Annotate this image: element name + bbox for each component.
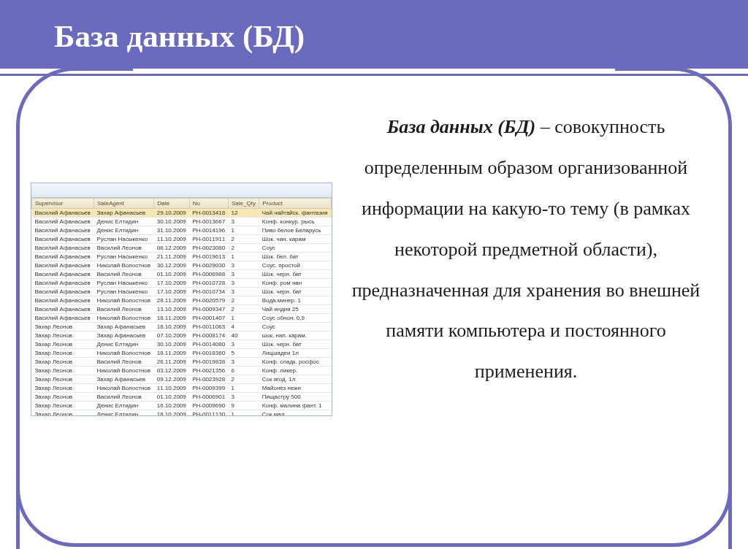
table-row: Захар ЛеоновДенис Елтидин16.10.2009РН-00… [32, 402, 332, 410]
table-cell: Денис Елтидин [94, 410, 154, 417]
table-cell: Руслан Насыкенко [94, 235, 154, 244]
table-cell: Денис Елтидин [94, 218, 154, 226]
table-row: Захар ЛеоновЗахар Афанасьев09.12.2009РН-… [32, 375, 332, 384]
table-cell: Захар Леонов [32, 367, 94, 375]
table-cell: Лицшадеи 1л [259, 349, 332, 358]
slide-title: База данных (БД) [54, 18, 305, 54]
table-cell: Захар Афанасьев [94, 323, 154, 331]
table-cell: Конф. ром нан [259, 279, 332, 288]
table-cell: 1 [229, 253, 259, 261]
table-cell: Захар Леонов [32, 375, 94, 384]
table-cell: шок. нап. карам. [259, 331, 332, 340]
table-cell: Николай Волостнов [94, 314, 154, 323]
table-cell: 30.10.2009 [154, 218, 189, 226]
table-cell: Василий Леонов [94, 244, 154, 253]
db-column-header: Date [154, 199, 189, 209]
table-cell: Руслан Насыкенко [94, 279, 154, 288]
table-cell: 3 [229, 358, 259, 367]
table-cell: 30.12.2009 [154, 261, 189, 270]
table-cell: Василий Афанасьев [32, 226, 94, 235]
table-cell: 16.10.2009 [154, 402, 189, 410]
table-cell: 29.10.2009 [154, 209, 189, 218]
table-cell: Конф. малина фант. 1 [259, 402, 332, 410]
table-cell: 9 [229, 402, 259, 410]
table-cell: Николай Волостнов [94, 261, 154, 270]
db-column-header: No [189, 199, 228, 209]
table-cell: Захар Леонов [32, 331, 94, 340]
table-cell: 18.11.2009 [154, 349, 189, 358]
table-cell: Шок. чан. карам [259, 235, 332, 244]
table-row: Захар ЛеоновДенис Елтидин18.10.2009РН-00… [32, 410, 332, 417]
table-cell: Василий Афанасьев [32, 253, 94, 261]
table-row: Захар ЛеоновЗахар Афанасьев07.10.2009РН-… [32, 331, 332, 340]
table-cell: 2 [229, 244, 259, 253]
table-cell: РН-0009347 [189, 305, 228, 314]
table-cell: Василий Афанасьев [32, 261, 94, 270]
table-row: Василий АфанасьевРуслан Насыкенко21.11.2… [32, 253, 332, 261]
slide-content: База данных (БД) – совокупность определе… [0, 72, 748, 556]
table-cell: РН-0023928 [189, 375, 228, 384]
table-row: Захар ЛеоновВасилий Леонов26.11.2009РН-0… [32, 358, 332, 367]
table-cell: 12 [229, 209, 259, 218]
table-cell: 07.10.2009 [154, 331, 189, 340]
table-cell: РН-0023080 [189, 244, 228, 253]
db-table-header-row: SupervisorSaleAgentDateNoSale_QtyProduct [32, 199, 332, 209]
table-cell: РН-0019838 [189, 358, 228, 367]
table-cell: Шок. бел. бат [259, 253, 332, 261]
table-cell: 21.11.2009 [154, 253, 189, 261]
table-cell: 18.11.2009 [154, 314, 189, 323]
table-cell: Пиво белое Беларусь [259, 226, 332, 235]
table-cell: РН-0006901 [189, 393, 228, 402]
table-row: Василий АфанасьевЗахар Афанасьев29.10.20… [32, 209, 332, 218]
table-cell: Захар Леонов [32, 393, 94, 402]
table-cell: Шок. черн. бат [259, 340, 332, 349]
table-cell: 30.10.2009 [154, 340, 189, 349]
table-cell: Николай Волостнов [94, 349, 154, 358]
table-cell: Захар Леонов [32, 340, 94, 349]
table-cell: 4 [229, 323, 259, 331]
table-cell: 2 [229, 235, 259, 244]
table-row: Захар ЛеоновНиколай Волостнов18.11.2009Р… [32, 349, 332, 358]
table-cell: РН-0008174 [189, 331, 228, 340]
table-cell: 3 [229, 340, 259, 349]
table-cell: 28.11.2009 [154, 296, 189, 305]
table-cell: РН-0010728 [189, 279, 228, 288]
table-cell: 06.12.2009 [154, 244, 189, 253]
slide-title-band: База данных (БД) [0, 0, 748, 72]
table-row: Захар ЛеоновНиколай Волостнов11.10.2009Р… [32, 384, 332, 393]
table-cell: 3 [229, 270, 259, 279]
table-cell: РН-0010734 [189, 288, 228, 296]
table-cell: РН-0001407 [189, 314, 228, 323]
table-cell: 3 [229, 279, 259, 288]
table-cell: 2 [229, 375, 259, 384]
definition-term: База данных (БД) [387, 116, 535, 137]
table-cell: Майонез нежн [259, 384, 332, 393]
table-cell: Денис Елтидин [94, 340, 154, 349]
table-cell: РН-0014196 [189, 226, 228, 235]
table-cell: Соус [259, 323, 332, 331]
table-cell: Соус. простой [259, 261, 332, 270]
db-column-header: Product [259, 199, 332, 209]
table-row: Василий АфанасьевВасилий Леонов01.10.200… [32, 270, 332, 279]
db-column-header: Sale_Qty [229, 199, 259, 209]
table-cell: Захар Афанасьев [94, 209, 154, 218]
table-cell: Денис Елтидин [94, 402, 154, 410]
table-cell: РН-0029030 [189, 261, 228, 270]
table-cell: Вода.минер. 1 [259, 296, 332, 305]
db-table: SupervisorSaleAgentDateNoSale_QtyProduct… [31, 198, 332, 416]
table-cell: РН-0019613 [189, 253, 228, 261]
db-column-header: SaleAgent [94, 199, 154, 209]
table-cell: Василий Афанасьев [32, 209, 94, 218]
table-cell: 3 [229, 261, 259, 270]
table-row: Захар ЛеоновЗахар Афанасьев18.10.2009РН-… [32, 323, 332, 331]
table-cell: 1 [229, 226, 259, 235]
table-row: Василий АфанасьевРуслан Насыкенко11.10.2… [32, 235, 332, 244]
table-cell: 26.11.2009 [154, 358, 189, 367]
table-cell: РН-0020579 [189, 296, 228, 305]
table-cell: Конф. сладк. росфос [259, 358, 332, 367]
table-cell: РН-0014080 [189, 340, 228, 349]
table-cell: Василий Афанасьев [32, 279, 94, 288]
table-cell: Василий Леонов [94, 305, 154, 314]
table-cell: Василий Леонов [94, 393, 154, 402]
table-cell: 5 [229, 349, 259, 358]
